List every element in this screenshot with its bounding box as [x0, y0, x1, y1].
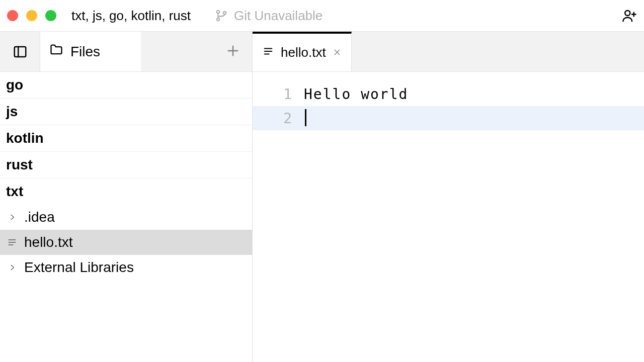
- tree-item-label: External Libraries: [24, 259, 134, 276]
- maximize-window-button[interactable]: [45, 10, 56, 21]
- tree-root-rust[interactable]: rust: [0, 152, 252, 178]
- project-title: txt, js, go, kotlin, rust: [71, 8, 191, 24]
- git-status-text: Git Unavailable: [234, 8, 323, 24]
- editor-tab-hello-txt[interactable]: hello.txt: [253, 32, 352, 71]
- chevron-right-icon: [7, 213, 17, 221]
- branch-icon: [215, 9, 228, 22]
- tree-item-idea[interactable]: .idea: [0, 205, 252, 230]
- text-caret: [305, 109, 306, 126]
- tree-item-label: .idea: [24, 209, 55, 225]
- code-line: 1 Hello world: [253, 82, 644, 106]
- line-number: 1: [253, 86, 301, 103]
- tree-root-txt[interactable]: txt: [0, 178, 252, 205]
- code-text: [301, 108, 306, 129]
- folder-icon: [49, 43, 63, 60]
- add-button[interactable]: [226, 44, 240, 60]
- text-file-icon: [7, 237, 17, 248]
- code-editor[interactable]: 1 Hello world 2: [253, 72, 644, 362]
- text-file-icon: [263, 45, 274, 60]
- svg-point-3: [625, 11, 630, 16]
- minimize-window-button[interactable]: [26, 10, 37, 21]
- code-text: Hello world: [301, 86, 408, 103]
- tree-root-js[interactable]: js: [0, 99, 252, 125]
- close-window-button[interactable]: [7, 10, 18, 21]
- titlebar: txt, js, go, kotlin, rust Git Unavailabl…: [0, 0, 644, 31]
- close-tab-button[interactable]: [333, 46, 341, 59]
- collaborate-button[interactable]: [622, 8, 637, 23]
- tree-root-go[interactable]: go: [0, 72, 252, 99]
- chevron-right-icon: [7, 263, 17, 272]
- editor-tab-filename: hello.txt: [281, 45, 326, 60]
- sidebar-toggle-button[interactable]: [0, 32, 40, 71]
- code-line: 2: [253, 106, 644, 130]
- editor-area: hello.txt 1 Hello world 2: [253, 32, 644, 362]
- tree-root-kotlin[interactable]: kotlin: [0, 125, 252, 152]
- sidebar-tab-label: Files: [70, 44, 100, 60]
- tree-item-hello-txt[interactable]: hello.txt: [0, 230, 252, 255]
- git-status[interactable]: Git Unavailable: [215, 8, 323, 24]
- tree-item-label: hello.txt: [24, 234, 73, 250]
- sidebar: Files go js kotlin rust txt .idea: [0, 32, 253, 362]
- window-controls: [7, 10, 56, 21]
- sidebar-tab-files[interactable]: Files: [40, 32, 141, 71]
- tree-item-external-libraries[interactable]: External Libraries: [0, 255, 252, 280]
- line-number: 2: [253, 110, 301, 127]
- project-tree: go js kotlin rust txt .idea hello.txt: [0, 72, 252, 362]
- editor-tabstrip: hello.txt: [253, 32, 644, 72]
- sidebar-header: Files: [0, 32, 252, 72]
- svg-rect-4: [14, 47, 26, 57]
